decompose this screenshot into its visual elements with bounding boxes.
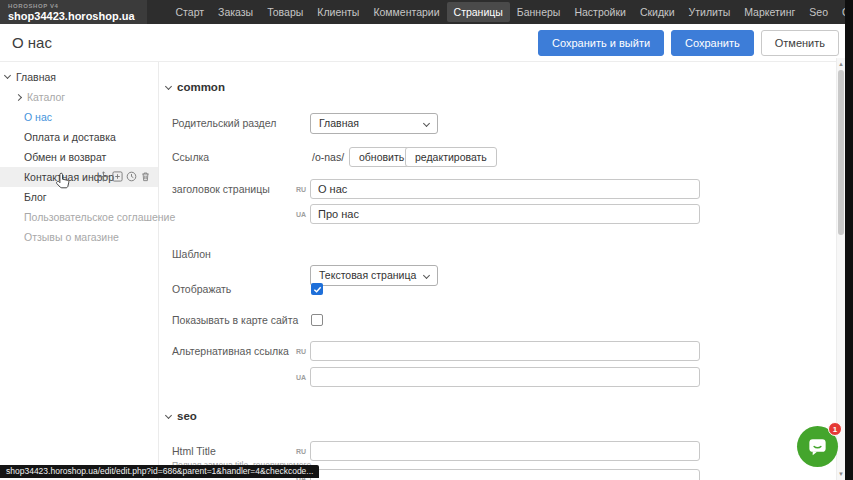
vertical-scrollbar[interactable]: ▲ ▼ (836, 58, 845, 480)
template-value: Текстовая страница (319, 269, 416, 281)
display-checkbox[interactable] (311, 283, 323, 295)
delete-trash-icon[interactable] (140, 171, 151, 182)
section-common-label: common (177, 81, 225, 93)
html-title-ru-input[interactable] (310, 441, 700, 461)
main-menu: Старт Заказы Товары Клиенты Комментарии … (169, 2, 853, 22)
template-select[interactable]: Текстовая страница (310, 265, 438, 286)
brand-domain-label: shop34423.horoshop.ua (8, 10, 135, 22)
html-title-label: Html Title (172, 441, 216, 461)
chat-notification-badge: 1 (828, 422, 842, 436)
section-seo-toggle[interactable]: seo (166, 410, 197, 422)
history-clock-icon[interactable] (126, 171, 137, 182)
alt-link-ru-input[interactable] (310, 341, 700, 361)
parent-section-select[interactable]: Главная (310, 113, 438, 134)
sidebar-item-user-agreement[interactable]: Пользовательское соглашение (0, 207, 158, 227)
page-title-label: заголовок страницы (172, 179, 270, 199)
section-seo-label: seo (177, 410, 197, 422)
add-page-icon[interactable] (112, 171, 123, 182)
sidebar-item-blog[interactable]: Блог (0, 187, 158, 207)
header-actions: Сохранить и выйти Сохранить Отменить (538, 30, 839, 56)
sidebar-item-about[interactable]: О нас (0, 107, 158, 127)
sitemap-label: Показывать в карте сайта (172, 310, 298, 330)
tree-item-label: Блог (24, 191, 47, 203)
menu-item-banners[interactable]: Баннеры (510, 2, 568, 22)
alt-link-label: Альтернативная ссылка (172, 341, 289, 361)
chevron-down-icon (423, 272, 430, 279)
edit-link-button[interactable]: редактировать (405, 147, 497, 167)
page-title-ru-input[interactable] (310, 179, 700, 199)
browser-status-bar: shop34423.horoshop.ua/edit/edit.php?id=6… (0, 465, 319, 478)
chat-widget-button[interactable]: 1 (797, 426, 838, 467)
alt-link-ua-input[interactable] (310, 367, 700, 387)
app-window: HOROSHOP V4 shop34423.horoshop.ua Старт … (0, 0, 853, 480)
menu-item-seo[interactable]: Seo (802, 2, 835, 22)
sitemap-checkbox[interactable] (311, 314, 323, 326)
page-header: О нас Сохранить и выйти Сохранить Отмени… (0, 24, 845, 62)
tree-row-actions (98, 171, 151, 182)
section-common-toggle[interactable]: common (166, 81, 225, 93)
lang-tag-ua: UA (293, 374, 306, 381)
drag-move-icon[interactable] (98, 171, 109, 182)
sidebar-item-store-reviews[interactable]: Отзывы о магазине (0, 227, 158, 247)
page-title-ua-input[interactable] (310, 204, 700, 224)
menu-item-settings[interactable]: Настройки (567, 2, 633, 22)
template-label: Шаблон (172, 244, 211, 264)
tree-item-label: Оплата и доставка (24, 131, 116, 143)
parent-section-value: Главная (319, 117, 359, 129)
tree-item-label: Каталог (27, 91, 65, 103)
chevron-down-icon (165, 411, 172, 418)
lang-tag-ru: RU (293, 348, 306, 355)
menu-item-discounts[interactable]: Скидки (633, 2, 682, 22)
sidebar-item-payment-delivery[interactable]: Оплата и доставка (0, 127, 158, 147)
tree-item-label: Пользовательское соглашение (24, 211, 175, 223)
menu-item-comments[interactable]: Комментарии (366, 2, 446, 22)
lang-tag-ru: RU (293, 186, 306, 193)
brand-logo[interactable]: HOROSHOP V4 shop34423.horoshop.ua (0, 0, 147, 24)
menu-item-start[interactable]: Старт (169, 2, 212, 22)
lang-tag-ua: UA (293, 211, 306, 218)
capture-edge-strip (845, 0, 853, 480)
menu-item-products[interactable]: Товары (260, 2, 310, 22)
link-label: Ссылка (172, 147, 209, 167)
chat-bubble-icon (806, 435, 829, 458)
sidebar-item-exchange-return[interactable]: Обмен и возврат (0, 147, 158, 167)
cancel-button[interactable]: Отменить (761, 30, 839, 56)
page-title: О нас (12, 34, 52, 51)
scroll-down-arrow-icon[interactable]: ▼ (837, 469, 845, 479)
parent-section-label: Родительский раздел (172, 113, 276, 133)
topbar: HOROSHOP V4 shop34423.horoshop.ua Старт … (0, 0, 853, 24)
sidebar-item-home[interactable]: Главная (0, 67, 158, 87)
pages-tree-sidebar: Главная Каталог О нас Оплата и доставка … (0, 62, 159, 480)
sidebar-item-catalog[interactable]: Каталог (0, 87, 158, 107)
save-exit-button[interactable]: Сохранить и выйти (538, 30, 664, 56)
chevron-down-icon (165, 82, 172, 89)
html-title-ua-input[interactable] (310, 469, 700, 480)
menu-item-pages[interactable]: Страницы (447, 2, 510, 22)
save-button[interactable]: Сохранить (671, 30, 754, 56)
lang-tag-ru: RU (293, 448, 306, 455)
sidebar-item-contact-info[interactable]: Контактная инфор (0, 167, 158, 187)
scrollbar-thumb[interactable] (838, 70, 844, 235)
menu-item-utilities[interactable]: Утилиты (682, 2, 738, 22)
tree-item-label: Главная (16, 71, 56, 83)
chevron-right-icon[interactable] (15, 93, 22, 100)
tree-item-label: О нас (24, 111, 52, 123)
scroll-up-arrow-icon[interactable]: ▲ (837, 59, 845, 69)
menu-item-clients[interactable]: Клиенты (310, 2, 366, 22)
menu-item-orders[interactable]: Заказы (211, 2, 260, 22)
tree-item-label: Отзывы о магазине (24, 231, 119, 243)
display-label: Отображать (172, 279, 231, 299)
link-value: /o-nas/ (312, 147, 344, 167)
chevron-down-icon (423, 120, 430, 127)
check-icon (313, 285, 322, 294)
menu-item-marketing[interactable]: Маркетинг (737, 2, 802, 22)
brand-version-label: HOROSHOP V4 (8, 3, 135, 10)
page-edit-form: common Родительский раздел Главная Ссылк… (159, 62, 845, 480)
tree-item-label: Обмен и возврат (24, 151, 106, 163)
chevron-down-icon[interactable] (4, 72, 11, 79)
